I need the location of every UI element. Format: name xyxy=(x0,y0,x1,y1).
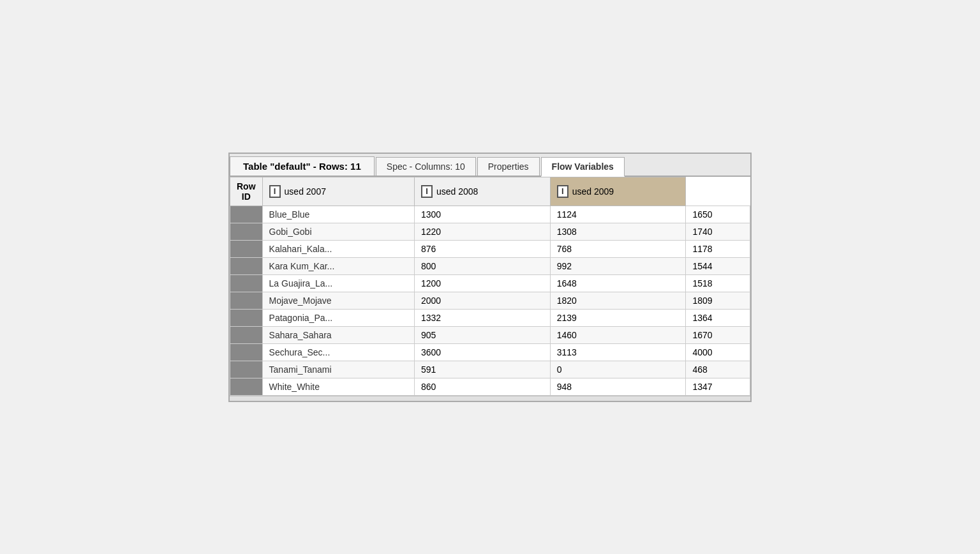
col-header-used2008[interactable]: I used 2008 xyxy=(414,177,550,206)
cell-used2008: 1648 xyxy=(550,274,686,292)
cell-used2007: 2000 xyxy=(414,292,550,309)
tab-flow-variables-label: Flow Variables xyxy=(552,161,614,172)
cell-used2009: 1347 xyxy=(686,378,750,395)
col-header-used2009[interactable]: I used 2009 xyxy=(550,177,686,206)
cell-used2008: 1308 xyxy=(550,223,686,240)
cell-row-id: Patagonia_Pa... xyxy=(262,309,414,326)
cell-used2009: 1518 xyxy=(686,274,750,292)
table-header-row: Row ID I used 2007 I xyxy=(230,177,750,206)
cell-used2009: 1670 xyxy=(686,326,750,343)
row-color-marker xyxy=(230,206,263,223)
table-row: Sechura_Sec...360031134000 xyxy=(230,343,750,361)
row-color-marker xyxy=(230,257,263,274)
row-color-marker xyxy=(230,292,263,309)
table-row: Kara Kum_Kar...8009921544 xyxy=(230,257,750,274)
col-header-used2007[interactable]: I used 2007 xyxy=(262,177,414,206)
cell-used2009: 1178 xyxy=(686,240,750,257)
cell-used2008: 1460 xyxy=(550,326,686,343)
cell-row-id: Kalahari_Kala... xyxy=(262,240,414,257)
cell-row-id: Blue_Blue xyxy=(262,206,414,223)
cell-row-id: Sahara_Sahara xyxy=(262,326,414,343)
cell-used2009: 1544 xyxy=(686,257,750,274)
sort-icon-used2008[interactable]: I xyxy=(421,185,433,198)
tab-table[interactable]: Table "default" - Rows: 11 xyxy=(230,156,375,176)
bottom-bar xyxy=(230,396,750,401)
table-wrapper: Row ID I used 2007 I xyxy=(230,177,750,396)
cell-used2009: 468 xyxy=(686,361,750,378)
cell-used2008: 992 xyxy=(550,257,686,274)
cell-used2007: 1220 xyxy=(414,223,550,240)
cell-used2007: 1200 xyxy=(414,274,550,292)
cell-used2007: 3600 xyxy=(414,343,550,361)
cell-row-id: Mojave_Mojave xyxy=(262,292,414,309)
table-row: White_White8609481347 xyxy=(230,378,750,395)
table-row: Gobi_Gobi122013081740 xyxy=(230,223,750,240)
cell-used2007: 860 xyxy=(414,378,550,395)
cell-used2009: 1364 xyxy=(686,309,750,326)
tab-spec-label: Spec - Columns: 10 xyxy=(387,161,465,172)
table-row: Kalahari_Kala...8767681178 xyxy=(230,240,750,257)
cell-used2009: 1809 xyxy=(686,292,750,309)
cell-used2009: 4000 xyxy=(686,343,750,361)
row-color-marker xyxy=(230,361,263,378)
cell-row-id: White_White xyxy=(262,378,414,395)
col-header-rowid: Row ID xyxy=(230,177,263,206)
row-color-marker xyxy=(230,274,263,292)
cell-used2008: 3113 xyxy=(550,343,686,361)
tab-flow-variables[interactable]: Flow Variables xyxy=(541,157,625,177)
cell-used2008: 0 xyxy=(550,361,686,378)
tab-bar: Table "default" - Rows: 11 Spec - Column… xyxy=(230,154,750,177)
table-body: Blue_Blue130011241650Gobi_Gobi1220130817… xyxy=(230,206,750,395)
row-color-marker xyxy=(230,240,263,257)
row-color-marker xyxy=(230,378,263,395)
cell-row-id: Kara Kum_Kar... xyxy=(262,257,414,274)
cell-used2007: 1300 xyxy=(414,206,550,223)
col-label-used2007: used 2007 xyxy=(285,186,326,197)
cell-row-id: Tanami_Tanami xyxy=(262,361,414,378)
cell-used2009: 1740 xyxy=(686,223,750,240)
table-row: Mojave_Mojave200018201809 xyxy=(230,292,750,309)
table-row: Sahara_Sahara90514601670 xyxy=(230,326,750,343)
data-table: Row ID I used 2007 I xyxy=(230,177,750,396)
cell-row-id: Sechura_Sec... xyxy=(262,343,414,361)
cell-used2009: 1650 xyxy=(686,206,750,223)
cell-used2008: 1820 xyxy=(550,292,686,309)
cell-row-id: Gobi_Gobi xyxy=(262,223,414,240)
row-color-marker xyxy=(230,326,263,343)
tab-properties-label: Properties xyxy=(488,161,529,172)
col-label-used2008: used 2008 xyxy=(436,186,478,197)
cell-row-id: La Guajira_La... xyxy=(262,274,414,292)
row-color-marker xyxy=(230,309,263,326)
cell-used2007: 1332 xyxy=(414,309,550,326)
col-label-used2009: used 2009 xyxy=(572,186,614,197)
table-row: La Guajira_La...120016481518 xyxy=(230,274,750,292)
cell-used2008: 2139 xyxy=(550,309,686,326)
cell-used2008: 1124 xyxy=(550,206,686,223)
table-row: Tanami_Tanami5910468 xyxy=(230,361,750,378)
sort-icon-used2009[interactable]: I xyxy=(557,185,568,198)
cell-used2008: 768 xyxy=(550,240,686,257)
sort-icon-used2007[interactable]: I xyxy=(269,185,281,198)
cell-used2007: 591 xyxy=(414,361,550,378)
tab-table-label: Table "default" - Rows: 11 xyxy=(243,161,361,172)
cell-used2008: 948 xyxy=(550,378,686,395)
cell-used2007: 800 xyxy=(414,257,550,274)
tab-properties[interactable]: Properties xyxy=(477,157,540,176)
main-container: Table "default" - Rows: 11 Spec - Column… xyxy=(228,153,752,402)
table-row: Patagonia_Pa...133221391364 xyxy=(230,309,750,326)
table-row: Blue_Blue130011241650 xyxy=(230,206,750,223)
cell-used2007: 876 xyxy=(414,240,550,257)
cell-used2007: 905 xyxy=(414,326,550,343)
row-color-marker xyxy=(230,343,263,361)
tab-spec[interactable]: Spec - Columns: 10 xyxy=(376,157,476,176)
row-color-marker xyxy=(230,223,263,240)
